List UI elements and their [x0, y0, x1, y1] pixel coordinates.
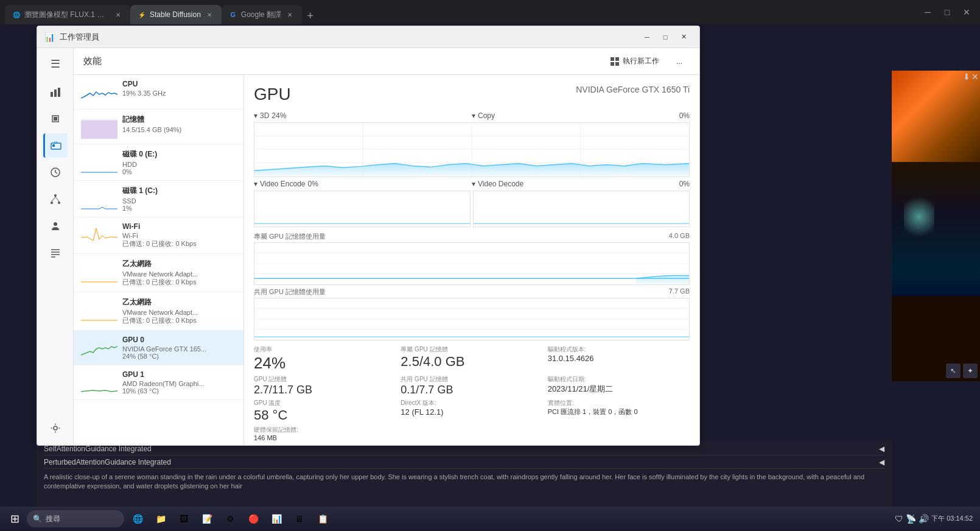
- bottom-item-2-icon: ◀: [879, 458, 884, 466]
- sidebar-item-details[interactable]: [43, 241, 68, 265]
- bottom-item-1-icon: ◀: [879, 445, 884, 453]
- stat-shared-gpu: 共用 GPU 記憶體 0.1/7.7 GB: [401, 375, 542, 396]
- window-minimize-btn[interactable]: ─: [639, 30, 656, 44]
- task-manager-icon: 📊: [44, 32, 55, 42]
- memory-mini-chart: [81, 114, 117, 139]
- device-item-wifi[interactable]: Wi-Fi Wi-Fi 已傳送: 0 已接收: 0 Kbps: [74, 217, 243, 254]
- eth1-sub2: 已傳送: 0 已接收: 0 Kbps: [122, 278, 236, 287]
- stat-directx-label: DirectX 版本:: [401, 399, 542, 407]
- tab-1-label: 瀏覽圖像模型 FLUX.1 重振登量！去...: [24, 10, 110, 20]
- svg-rect-25: [611, 62, 614, 66]
- tab-2-close[interactable]: ✕: [205, 10, 214, 19]
- taskbar-item-1[interactable]: 🌐: [127, 509, 149, 529]
- device-item-gpu1[interactable]: GPU 1 AMD Radeon(TM) Graphi... 10% (63 °…: [74, 365, 243, 400]
- stat-driver-value: 31.0.15.4626: [548, 354, 690, 363]
- bottom-item-1: SelfAttentionGuidance Integrated ◀: [44, 445, 884, 455]
- video-encode-label: Video Encode: [260, 180, 306, 188]
- sidebar-item-settings[interactable]: [43, 416, 68, 440]
- image-download-btn[interactable]: ⬇: [963, 72, 970, 82]
- device-item-gpu0[interactable]: GPU 0 NVIDIA GeForce GTX 165... 24% (58 …: [74, 331, 243, 365]
- sidebar-item-users[interactable]: [43, 214, 68, 238]
- start-icon: ⊞: [10, 512, 19, 526]
- eth1-mini-chart: [81, 259, 117, 283]
- tab-1[interactable]: 🌐 瀏覽圖像模型 FLUX.1 重振登量！去... ✕: [5, 5, 130, 24]
- taskbar-search[interactable]: 🔍 搜尋: [27, 510, 124, 527]
- window-maximize-btn[interactable]: □: [657, 30, 674, 44]
- run-new-task-button[interactable]: 執行新工作: [603, 52, 667, 71]
- taskbar-item-8[interactable]: 🖥: [289, 509, 310, 529]
- video-decode-label: Video Decode: [478, 180, 523, 188]
- tray-icon-shield: 🛡: [895, 514, 903, 524]
- stat-reserved: 硬體保留記憶體: 146 MB: [254, 426, 396, 441]
- video-encode-pct: 0%: [308, 180, 318, 188]
- taskbar-item-2[interactable]: 📁: [150, 509, 172, 529]
- gpu1-sub2: 10% (63 °C): [122, 387, 236, 395]
- wifi-name: Wi-Fi: [122, 222, 236, 231]
- minimize-btn[interactable]: ─: [919, 4, 936, 21]
- encode-chevron: ▾: [254, 180, 257, 188]
- stat-driver-date: 驅動程式日期: 2023/11/21/星期二: [548, 375, 690, 396]
- tab-3[interactable]: G Google 翻譯 ✕: [222, 5, 302, 24]
- taskbar-item-7[interactable]: 📊: [265, 509, 287, 529]
- browser-chrome: 🌐 瀏覽圖像模型 FLUX.1 重振登量！去... ✕ ⚡ Stable Dif…: [0, 0, 980, 24]
- image-close-btn[interactable]: ✕: [971, 72, 979, 82]
- image-pin-btn[interactable]: ✦: [963, 364, 978, 378]
- new-tab-button[interactable]: +: [302, 7, 319, 24]
- disk0-device-info: 磁碟 0 (E:) HDD 0%: [122, 149, 236, 175]
- sidebar-item-cpu[interactable]: [43, 107, 68, 131]
- memory-device-info: 記憶體 14.5/15.4 GB (94%): [122, 114, 236, 133]
- stat-physical-label: 實體位置:: [548, 399, 690, 407]
- tab-1-close[interactable]: ✕: [113, 10, 123, 19]
- encode-decode-charts: [254, 191, 690, 227]
- taskbar-item-9[interactable]: 📋: [312, 509, 334, 529]
- tray-icon-sound: 🔊: [919, 514, 929, 524]
- stat-driver-date-label: 驅動程式日期:: [548, 375, 690, 384]
- wifi-device-info: Wi-Fi Wi-Fi 已傳送: 0 已接收: 0 Kbps: [122, 222, 236, 248]
- gpu1-mini-chart: [81, 370, 117, 395]
- browser-window-controls: ─ □ ✕: [919, 4, 980, 21]
- shared-label-row: 共用 GPU 記憶體使用量 7.7 GB: [254, 287, 690, 297]
- device-item-eth1[interactable]: 乙太網路 VMware Network Adapt... 已傳送: 0 已接收:…: [74, 254, 243, 292]
- tab-3-close[interactable]: ✕: [285, 10, 295, 19]
- taskbar-item-4[interactable]: 📝: [196, 509, 218, 529]
- start-button[interactable]: ⊞: [2, 509, 27, 529]
- stat-usage-value: 24%: [254, 354, 396, 373]
- sidebar-item-gpu[interactable]: [43, 133, 68, 158]
- more-actions-button[interactable]: ...: [669, 52, 690, 71]
- taskbar-item-5[interactable]: ⚙: [219, 509, 241, 529]
- window-close-btn[interactable]: ✕: [675, 30, 692, 44]
- vram-label-row: 專屬 GPU 記憶體使用量 4.0 GB: [254, 232, 690, 241]
- device-item-disk1[interactable]: 磁碟 1 (C:) SSD 1%: [74, 181, 243, 217]
- metric-3d-label: 3D: [260, 111, 269, 120]
- taskbar-items: 🌐 📁 🖼 📝 ⚙ 🔴 📊 🖥 📋: [127, 509, 895, 529]
- stat-reserved-value: 146 MB: [254, 434, 396, 441]
- device-item-memory[interactable]: 記憶體 14.5/15.4 GB (94%): [74, 110, 243, 144]
- vram-chart: [254, 242, 690, 285]
- taskbar-item-3[interactable]: 🖼: [173, 509, 195, 529]
- device-item-disk0[interactable]: 磁碟 0 (E:) HDD 0%: [74, 144, 243, 181]
- metric-copy-pct: 0%: [497, 111, 690, 120]
- svg-line-16: [55, 197, 59, 202]
- gpu0-name: GPU 0: [122, 336, 236, 344]
- maximize-btn[interactable]: □: [939, 4, 956, 21]
- image-cursor-btn[interactable]: ↖: [946, 364, 961, 378]
- shared-section: 共用 GPU 記憶體使用量 7.7 GB: [254, 287, 690, 340]
- tab-2[interactable]: ⚡ Stable Diffusion ✕: [130, 5, 222, 24]
- sidebar-item-perf-graph[interactable]: [43, 80, 68, 104]
- gpu-model: NVIDIA GeForce GTX 1650 Ti: [576, 85, 690, 94]
- sd-prompt-text: A realistic close-up of a serene woman s…: [44, 473, 884, 491]
- sidebar-menu-btn[interactable]: ☰: [44, 53, 66, 75]
- close-browser-btn[interactable]: ✕: [958, 4, 975, 21]
- stat-gpu-mem-label: GPU 記憶體: [254, 375, 396, 384]
- sidebar-item-network[interactable]: [43, 187, 68, 211]
- device-item-eth2[interactable]: 乙太網路 VMware Network Adapt... 已傳送: 0 已接收:…: [74, 292, 243, 331]
- eth2-sub2: 已傳送: 0 已接收: 0 Kbps: [122, 316, 236, 325]
- svg-rect-4: [54, 117, 57, 121]
- taskbar-item-6[interactable]: 🔴: [242, 509, 264, 529]
- svg-point-13: [51, 202, 53, 204]
- device-item-cpu[interactable]: CPU 19% 3.35 GHz: [74, 75, 243, 110]
- sidebar-item-history[interactable]: [43, 160, 68, 185]
- eth2-sub1: VMware Network Adapt...: [122, 309, 236, 316]
- sd-bottom-panel: SelfAttentionGuidance Integrated ◀ Pertu…: [37, 441, 892, 507]
- stat-driver: 驅動程式版本: 31.0.15.4626: [548, 345, 690, 373]
